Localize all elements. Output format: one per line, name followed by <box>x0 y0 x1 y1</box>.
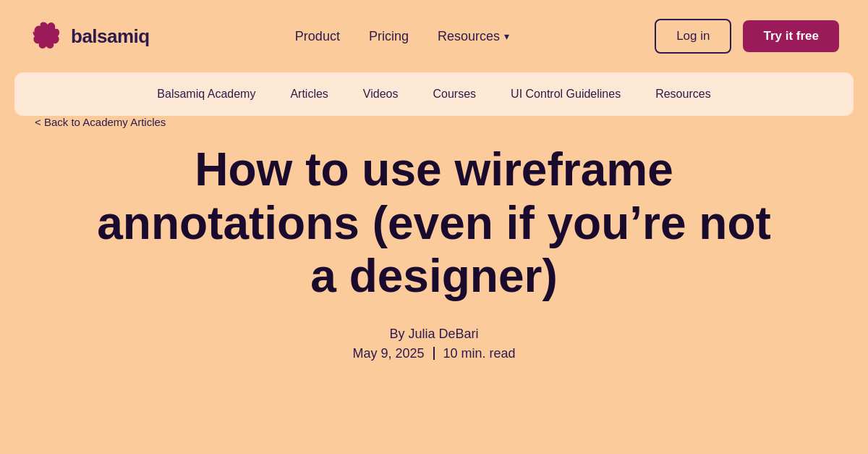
subnav-courses[interactable]: Courses <box>433 88 477 101</box>
subnav-articles[interactable]: Articles <box>290 88 328 101</box>
site-header: balsamiq Product Pricing Resources ▾ Log… <box>0 0 868 72</box>
nav-product[interactable]: Product <box>295 29 340 44</box>
chevron-down-icon: ▾ <box>504 30 509 42</box>
article-date-read: May 9, 2025 10 min. read <box>352 346 515 361</box>
try-free-button[interactable]: Try it free <box>743 20 839 52</box>
subnav-ui-guidelines[interactable]: UI Control Guidelines <box>511 88 621 101</box>
article-area: How to use wireframe annotations (even i… <box>0 129 868 390</box>
nav-resources[interactable]: Resources ▾ <box>438 29 509 44</box>
login-button[interactable]: Log in <box>655 19 731 54</box>
subnav-academy[interactable]: Balsamiq Academy <box>157 88 255 101</box>
subnav-videos[interactable]: Videos <box>363 88 399 101</box>
article-date: May 9, 2025 <box>352 346 424 361</box>
article-author: By Julia DeBari <box>389 327 478 342</box>
meta-divider <box>433 347 435 360</box>
main-nav: Product Pricing Resources ▾ <box>295 29 509 44</box>
article-meta: By Julia DeBari May 9, 2025 10 min. read <box>29 327 839 361</box>
nav-pricing[interactable]: Pricing <box>369 29 409 44</box>
resources-label: Resources <box>438 29 500 44</box>
header-buttons: Log in Try it free <box>655 19 839 54</box>
article-title: How to use wireframe annotations (even i… <box>90 143 778 303</box>
logo-area[interactable]: balsamiq <box>29 19 150 54</box>
subnav-resources[interactable]: Resources <box>655 88 710 101</box>
logo-text: balsamiq <box>71 25 150 48</box>
back-to-academy-link[interactable]: < Back to Academy Articles <box>0 101 200 143</box>
article-read-time: 10 min. read <box>443 346 516 361</box>
balsamiq-logo-icon <box>29 19 64 54</box>
